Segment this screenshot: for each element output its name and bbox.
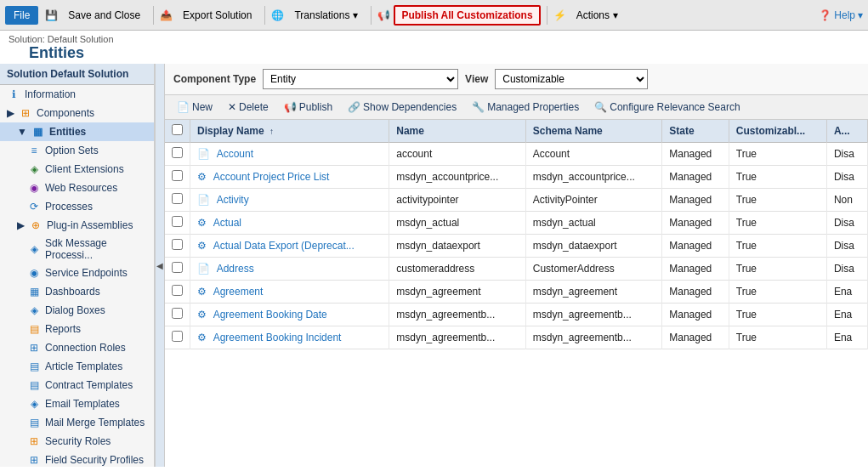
row-checkbox[interactable] <box>172 331 183 342</box>
sidebar-item-service-endpoints[interactable]: ◉ Service Endpoints <box>0 264 154 282</box>
row-auto: Disa <box>826 212 867 235</box>
table-row[interactable]: ⚙ Actual msdyn_actual msdyn_actual Manag… <box>165 212 868 235</box>
row-display-name[interactable]: 📄 Address <box>190 258 389 281</box>
export-icon: 📤 <box>160 9 173 21</box>
row-name: msdyn_dataexport <box>389 235 526 258</box>
new-button[interactable]: 📄 New <box>170 98 219 116</box>
row-checkbox[interactable] <box>172 170 183 181</box>
sidebar-item-connection-roles[interactable]: ⊞ Connection Roles <box>0 338 154 357</box>
sidebar-item-client-extensions[interactable]: ◈ Client Extensions <box>0 160 154 179</box>
sidebar-item-dialog-boxes[interactable]: ◈ Dialog Boxes <box>0 301 154 320</box>
table-row[interactable]: ⚙ Actual Data Export (Deprecat... msdyn_… <box>165 235 868 258</box>
sidebar-item-field-security[interactable]: ⊞ Field Security Profiles <box>0 451 154 467</box>
row-state: Managed <box>662 281 729 304</box>
row-name: customeraddress <box>389 258 526 281</box>
row-check[interactable] <box>165 166 190 189</box>
row-checkbox[interactable] <box>172 193 183 204</box>
row-name: msdyn_accountprice... <box>389 166 526 189</box>
col-state[interactable]: State <box>662 120 729 143</box>
sidebar-item-option-sets[interactable]: ≡ Option Sets <box>0 141 154 160</box>
row-auto: Disa <box>826 166 867 189</box>
row-check[interactable] <box>165 189 190 212</box>
delete-button[interactable]: ✕ Delete <box>221 98 275 116</box>
sidebar-item-sdk-message[interactable]: ◈ Sdk Message Processi... <box>0 235 154 264</box>
reports-icon: ▤ <box>27 322 41 336</box>
row-checkbox[interactable] <box>172 216 183 227</box>
row-check[interactable] <box>165 258 190 281</box>
view-label: View <box>465 73 488 85</box>
sidebar-item-entities[interactable]: ▼ ▦ Entities <box>0 122 154 141</box>
sidebar-collapse-handle[interactable]: ◀ <box>155 64 165 467</box>
row-display-name[interactable]: 📄 Account <box>190 143 389 166</box>
dialog-icon: ◈ <box>27 304 41 317</box>
row-display-name[interactable]: 📄 Activity <box>190 189 389 212</box>
table-row[interactable]: 📄 Account account Account Managed True D… <box>165 143 868 166</box>
row-check[interactable] <box>165 235 190 258</box>
row-display-name[interactable]: ⚙ Actual Data Export (Deprecat... <box>190 235 389 258</box>
sidebar-item-contract-templates[interactable]: ▤ Contract Templates <box>0 376 154 394</box>
translations-button[interactable]: Translations ▾ <box>287 6 365 25</box>
email-icon: ◈ <box>27 397 41 411</box>
select-all-checkbox[interactable] <box>172 124 183 135</box>
sidebar-item-mail-merge[interactable]: ▤ Mail Merge Templates <box>0 413 154 432</box>
table-row[interactable]: ⚙ Agreement Booking Date msdyn_agreement… <box>165 304 868 326</box>
row-schema-name: CustomerAddress <box>525 258 662 281</box>
sidebar-item-web-resources[interactable]: ◉ Web Resources <box>0 179 154 197</box>
sidebar-item-processes[interactable]: ⟳ Processes <box>0 197 154 216</box>
sidebar-item-reports[interactable]: ▤ Reports <box>0 320 154 338</box>
table-row[interactable]: ⚙ Agreement Booking Incident msdyn_agree… <box>165 326 868 349</box>
row-check[interactable] <box>165 212 190 235</box>
configure-relevance-button[interactable]: 🔍 Configure Relevance Search <box>587 98 746 116</box>
file-button[interactable]: File <box>5 6 38 25</box>
table-row[interactable]: 📄 Address customeraddress CustomerAddres… <box>165 258 868 281</box>
row-checkbox[interactable] <box>172 262 183 273</box>
row-checkbox[interactable] <box>172 147 183 158</box>
view-select[interactable]: Customizable <box>495 69 648 89</box>
field-security-icon: ⊞ <box>27 453 41 467</box>
col-display-name[interactable]: Display Name ↑ <box>190 120 389 143</box>
row-display-name[interactable]: ⚙ Agreement Booking Date <box>190 304 389 326</box>
table-row[interactable]: ⚙ Account Project Price List msdyn_accou… <box>165 166 868 189</box>
row-check[interactable] <box>165 281 190 304</box>
export-button[interactable]: Export Solution <box>176 6 258 25</box>
processes-icon: ⟳ <box>27 200 41 213</box>
col-check[interactable] <box>165 120 190 143</box>
row-check[interactable] <box>165 143 190 166</box>
row-checkbox[interactable] <box>172 308 183 319</box>
row-checkbox[interactable] <box>172 239 183 250</box>
row-checkbox[interactable] <box>172 285 183 296</box>
save-close-button[interactable]: Save and Close <box>61 6 147 25</box>
publish-action-button[interactable]: 📢 Publish <box>277 98 339 116</box>
page-title: Entities <box>9 44 859 62</box>
col-schema-name[interactable]: Schema Name <box>525 120 662 143</box>
sidebar-item-security-roles[interactable]: ⊞ Security Roles <box>0 432 154 451</box>
publish-all-button[interactable]: Publish All Customizations <box>394 5 540 26</box>
sidebar-item-article-templates[interactable]: ▤ Article Templates <box>0 357 154 376</box>
table-row[interactable]: 📄 Activity activitypointer ActivityPoint… <box>165 189 868 212</box>
sidebar-item-email-templates[interactable]: ◈ Email Templates <box>0 394 154 413</box>
sidebar-item-dashboards[interactable]: ▦ Dashboards <box>0 282 154 301</box>
separator-1 <box>153 6 154 25</box>
col-customizable[interactable]: Customizabl... <box>729 120 826 143</box>
help-button[interactable]: ❓ Help ▾ <box>819 9 863 21</box>
row-display-name[interactable]: ⚙ Account Project Price List <box>190 166 389 189</box>
row-check[interactable] <box>165 326 190 349</box>
publish-icon: 📢 <box>377 9 390 21</box>
show-dependencies-button[interactable]: 🔗 Show Dependencies <box>341 98 463 116</box>
table-row[interactable]: ⚙ Agreement msdyn_agreement msdyn_agreem… <box>165 281 868 304</box>
component-type-select[interactable]: Entity <box>263 69 458 89</box>
actions-button[interactable]: Actions ▾ <box>570 6 625 25</box>
row-display-name[interactable]: ⚙ Agreement Booking Incident <box>190 326 389 349</box>
sidebar-item-components[interactable]: ▶ ⊞ Components <box>0 104 154 122</box>
row-check[interactable] <box>165 304 190 326</box>
sidebar-item-information[interactable]: ℹ Information <box>0 85 154 104</box>
col-name[interactable]: Name <box>389 120 526 143</box>
row-auto: Ena <box>826 304 867 326</box>
row-display-name[interactable]: ⚙ Actual <box>190 212 389 235</box>
row-display-name[interactable]: ⚙ Agreement <box>190 281 389 304</box>
managed-properties-button[interactable]: 🔧 Managed Properties <box>465 98 586 116</box>
sidebar-item-plugin-assemblies[interactable]: ▶ ⊕ Plug-in Assemblies <box>0 216 154 235</box>
row-icon: ⚙ <box>197 171 207 183</box>
col-auto[interactable]: A... <box>826 120 867 143</box>
row-schema-name: msdyn_agreement <box>525 281 662 304</box>
